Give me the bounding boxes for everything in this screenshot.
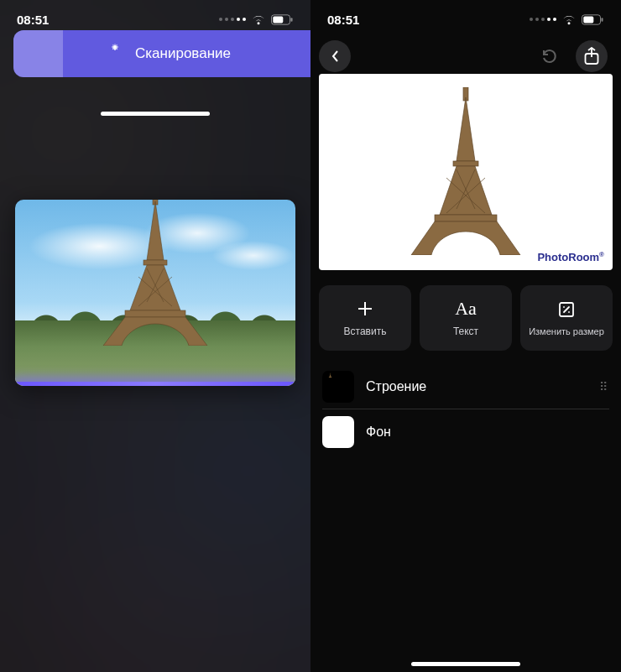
- editor-canvas[interactable]: PhotoRoom®: [319, 74, 613, 270]
- home-indicator[interactable]: [411, 662, 520, 666]
- svg-marker-20: [330, 372, 331, 374]
- status-time: 08:51: [17, 13, 49, 27]
- status-indicators: [219, 14, 294, 25]
- status-bar: 08:51: [310, 0, 621, 32]
- svg-rect-1: [273, 16, 283, 23]
- layer-thumbnail: [322, 416, 354, 448]
- cellular-icon: [530, 18, 556, 21]
- svg-rect-15: [453, 161, 478, 166]
- scan-button-label: Сканирование: [135, 45, 231, 62]
- insert-label: Вставить: [344, 326, 387, 337]
- resize-button[interactable]: Изменить размер: [520, 285, 613, 351]
- svg-marker-14: [457, 97, 475, 161]
- battery-icon: [271, 14, 294, 25]
- text-icon: Aa: [455, 299, 477, 319]
- scanning-screen: 08:51 Отменить: [0, 0, 310, 672]
- battery-icon: [582, 14, 604, 25]
- drag-handle-icon[interactable]: ⠿: [599, 380, 609, 393]
- undo-button[interactable]: [532, 40, 564, 72]
- svg-rect-11: [602, 18, 603, 22]
- nav-bar: [310, 32, 621, 70]
- text-button[interactable]: Aa Текст: [420, 285, 512, 351]
- image-preview: [15, 200, 295, 386]
- cutout-subject[interactable]: [403, 87, 529, 255]
- layer-thumbnail: [322, 371, 354, 403]
- share-button[interactable]: [576, 40, 608, 72]
- svg-marker-21: [330, 375, 331, 377]
- svg-rect-10: [583, 16, 593, 23]
- layer-row[interactable]: Фон: [322, 409, 609, 455]
- tool-row: Вставить Aa Текст Изменить размер: [310, 270, 621, 359]
- wifi-icon: [251, 14, 266, 25]
- scan-progress-line: [15, 382, 295, 386]
- layer-name: Фон: [366, 425, 609, 440]
- status-indicators: [530, 14, 604, 25]
- svg-rect-13: [463, 87, 468, 101]
- plus-icon: [356, 299, 374, 319]
- svg-rect-17: [435, 215, 497, 221]
- status-bar: 08:51: [0, 0, 310, 32]
- text-label: Текст: [453, 326, 478, 337]
- svg-rect-2: [291, 18, 293, 22]
- watermark: PhotoRoom®: [537, 251, 604, 263]
- svg-marker-16: [440, 166, 492, 215]
- spinner-icon: [107, 45, 123, 62]
- insert-button[interactable]: Вставить: [319, 285, 411, 351]
- layer-row[interactable]: Строение ⠿: [322, 364, 609, 409]
- scan-button[interactable]: Сканирование: [13, 30, 310, 77]
- wifi-icon: [561, 14, 577, 25]
- layer-list: Строение ⠿ Фон: [310, 359, 621, 455]
- status-time: 08:51: [327, 13, 359, 27]
- cellular-icon: [219, 18, 246, 21]
- back-button[interactable]: [319, 40, 351, 72]
- editor-screen: 08:51: [310, 0, 621, 672]
- resize-icon: [557, 300, 576, 320]
- home-indicator[interactable]: [101, 112, 210, 116]
- layer-name: Строение: [366, 379, 587, 394]
- resize-label: Изменить размер: [529, 326, 604, 336]
